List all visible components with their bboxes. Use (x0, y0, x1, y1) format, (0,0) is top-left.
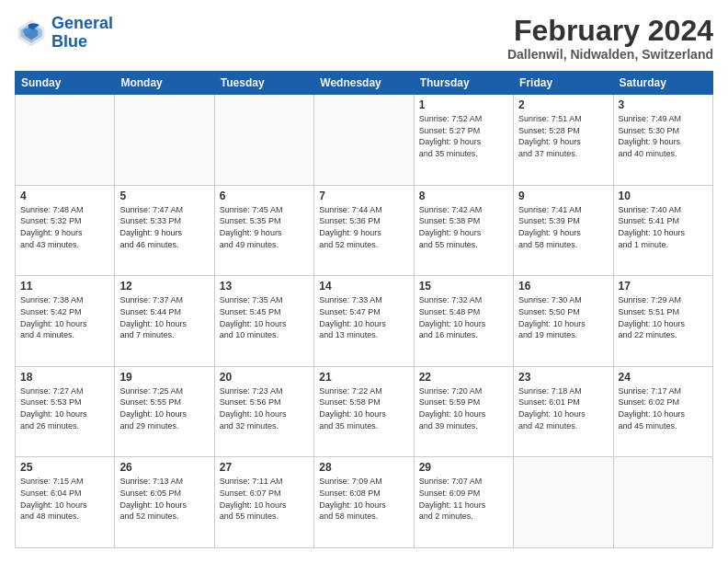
day-info: Sunrise: 7:41 AM Sunset: 5:39 PM Dayligh… (518, 204, 608, 250)
calendar-cell: 21Sunrise: 7:22 AM Sunset: 5:58 PM Dayli… (314, 366, 414, 457)
day-info: Sunrise: 7:11 AM Sunset: 6:07 PM Dayligh… (220, 476, 309, 522)
page: General Blue February 2024 Dallenwil, Ni… (0, 0, 728, 563)
calendar-week-5: 25Sunrise: 7:15 AM Sunset: 6:04 PM Dayli… (16, 457, 713, 548)
calendar-header: Sunday Monday Tuesday Wednesday Thursday… (16, 72, 713, 95)
day-number: 29 (419, 461, 508, 474)
calendar-week-2: 4Sunrise: 7:48 AM Sunset: 5:32 PM Daylig… (16, 185, 713, 276)
day-number: 12 (119, 280, 209, 293)
day-number: 14 (319, 280, 408, 293)
day-info: Sunrise: 7:23 AM Sunset: 5:56 PM Dayligh… (220, 385, 309, 431)
calendar-cell: 3Sunrise: 7:49 AM Sunset: 5:30 PM Daylig… (613, 95, 712, 186)
header-monday: Monday (115, 72, 214, 95)
calendar-cell (16, 95, 115, 186)
day-info: Sunrise: 7:13 AM Sunset: 6:05 PM Dayligh… (119, 476, 209, 522)
calendar-cell: 16Sunrise: 7:30 AM Sunset: 5:50 PM Dayli… (514, 276, 613, 367)
logo-text: General Blue (51, 15, 113, 52)
calendar-cell: 10Sunrise: 7:40 AM Sunset: 5:41 PM Dayli… (613, 185, 712, 276)
day-info: Sunrise: 7:52 AM Sunset: 5:27 PM Dayligh… (419, 113, 508, 159)
header-thursday: Thursday (414, 72, 513, 95)
calendar-cell: 18Sunrise: 7:27 AM Sunset: 5:53 PM Dayli… (16, 366, 115, 457)
calendar-cell (214, 95, 313, 186)
day-number: 9 (518, 190, 608, 202)
day-number: 6 (220, 190, 309, 202)
day-number: 21 (319, 371, 408, 384)
logo: General Blue (15, 15, 113, 52)
day-number: 1 (419, 98, 508, 111)
subtitle: Dallenwil, Nidwalden, Switzerland (507, 47, 713, 62)
day-number: 5 (119, 190, 209, 202)
day-number: 4 (20, 190, 109, 202)
day-info: Sunrise: 7:47 AM Sunset: 5:33 PM Dayligh… (119, 204, 209, 250)
header: General Blue February 2024 Dallenwil, Ni… (15, 15, 713, 62)
calendar-cell: 14Sunrise: 7:33 AM Sunset: 5:47 PM Dayli… (314, 276, 414, 367)
header-friday: Friday (514, 72, 613, 95)
day-info: Sunrise: 7:32 AM Sunset: 5:48 PM Dayligh… (419, 294, 508, 340)
calendar-cell: 17Sunrise: 7:29 AM Sunset: 5:51 PM Dayli… (613, 276, 712, 367)
calendar-cell: 15Sunrise: 7:32 AM Sunset: 5:48 PM Dayli… (414, 276, 513, 367)
logo-general: General (51, 14, 113, 32)
calendar-cell (314, 95, 414, 186)
day-info: Sunrise: 7:25 AM Sunset: 5:55 PM Dayligh… (119, 385, 209, 431)
calendar-cell: 13Sunrise: 7:35 AM Sunset: 5:45 PM Dayli… (214, 276, 313, 367)
day-info: Sunrise: 7:18 AM Sunset: 6:01 PM Dayligh… (518, 385, 608, 431)
calendar-cell: 27Sunrise: 7:11 AM Sunset: 6:07 PM Dayli… (214, 457, 313, 548)
calendar-cell: 9Sunrise: 7:41 AM Sunset: 5:39 PM Daylig… (514, 185, 613, 276)
calendar-cell: 4Sunrise: 7:48 AM Sunset: 5:32 PM Daylig… (16, 185, 115, 276)
calendar-cell: 2Sunrise: 7:51 AM Sunset: 5:28 PM Daylig… (514, 95, 613, 186)
day-info: Sunrise: 7:27 AM Sunset: 5:53 PM Dayligh… (20, 385, 109, 431)
calendar-week-1: 1Sunrise: 7:52 AM Sunset: 5:27 PM Daylig… (16, 95, 713, 186)
day-info: Sunrise: 7:48 AM Sunset: 5:32 PM Dayligh… (20, 204, 109, 250)
day-number: 8 (419, 190, 508, 202)
day-number: 20 (220, 371, 309, 384)
day-number: 26 (119, 461, 209, 474)
calendar-cell: 19Sunrise: 7:25 AM Sunset: 5:55 PM Dayli… (115, 366, 214, 457)
day-info: Sunrise: 7:15 AM Sunset: 6:04 PM Dayligh… (20, 476, 109, 522)
calendar-body: 1Sunrise: 7:52 AM Sunset: 5:27 PM Daylig… (16, 95, 713, 548)
day-info: Sunrise: 7:33 AM Sunset: 5:47 PM Dayligh… (319, 294, 408, 340)
day-info: Sunrise: 7:49 AM Sunset: 5:30 PM Dayligh… (619, 113, 708, 159)
day-info: Sunrise: 7:42 AM Sunset: 5:38 PM Dayligh… (419, 204, 508, 250)
header-saturday: Saturday (613, 72, 712, 95)
day-number: 25 (20, 461, 109, 474)
logo-icon (15, 17, 48, 50)
day-number: 23 (518, 371, 608, 384)
logo-blue: Blue (51, 32, 87, 51)
calendar-cell: 7Sunrise: 7:44 AM Sunset: 5:36 PM Daylig… (314, 185, 414, 276)
day-number: 19 (119, 371, 209, 384)
day-number: 22 (419, 371, 508, 384)
day-info: Sunrise: 7:20 AM Sunset: 5:59 PM Dayligh… (419, 385, 508, 431)
main-title: February 2024 (507, 15, 713, 47)
calendar-cell: 20Sunrise: 7:23 AM Sunset: 5:56 PM Dayli… (214, 366, 313, 457)
calendar-cell: 6Sunrise: 7:45 AM Sunset: 5:35 PM Daylig… (214, 185, 313, 276)
calendar-cell (514, 457, 613, 548)
calendar-week-3: 11Sunrise: 7:38 AM Sunset: 5:42 PM Dayli… (16, 276, 713, 367)
header-wednesday: Wednesday (314, 72, 414, 95)
day-info: Sunrise: 7:38 AM Sunset: 5:42 PM Dayligh… (20, 294, 109, 340)
day-number: 10 (619, 190, 708, 202)
calendar-cell: 11Sunrise: 7:38 AM Sunset: 5:42 PM Dayli… (16, 276, 115, 367)
header-tuesday: Tuesday (214, 72, 313, 95)
day-number: 13 (220, 280, 309, 293)
header-sunday: Sunday (16, 72, 115, 95)
day-info: Sunrise: 7:37 AM Sunset: 5:44 PM Dayligh… (119, 294, 209, 340)
day-number: 28 (319, 461, 408, 474)
calendar-cell (115, 95, 214, 186)
calendar-week-4: 18Sunrise: 7:27 AM Sunset: 5:53 PM Dayli… (16, 366, 713, 457)
calendar-cell: 5Sunrise: 7:47 AM Sunset: 5:33 PM Daylig… (115, 185, 214, 276)
weekday-header-row: Sunday Monday Tuesday Wednesday Thursday… (16, 72, 713, 95)
day-number: 3 (619, 98, 708, 111)
day-info: Sunrise: 7:22 AM Sunset: 5:58 PM Dayligh… (319, 385, 408, 431)
calendar-cell (613, 457, 712, 548)
day-number: 11 (20, 280, 109, 293)
day-info: Sunrise: 7:44 AM Sunset: 5:36 PM Dayligh… (319, 204, 408, 250)
calendar-cell: 12Sunrise: 7:37 AM Sunset: 5:44 PM Dayli… (115, 276, 214, 367)
day-number: 17 (619, 280, 708, 293)
day-number: 7 (319, 190, 408, 202)
day-info: Sunrise: 7:51 AM Sunset: 5:28 PM Dayligh… (518, 113, 608, 159)
calendar-table: Sunday Monday Tuesday Wednesday Thursday… (15, 71, 713, 548)
day-number: 27 (220, 461, 309, 474)
day-info: Sunrise: 7:30 AM Sunset: 5:50 PM Dayligh… (518, 294, 608, 340)
calendar-cell: 26Sunrise: 7:13 AM Sunset: 6:05 PM Dayli… (115, 457, 214, 548)
day-info: Sunrise: 7:17 AM Sunset: 6:02 PM Dayligh… (619, 385, 708, 431)
calendar-cell: 1Sunrise: 7:52 AM Sunset: 5:27 PM Daylig… (414, 95, 513, 186)
